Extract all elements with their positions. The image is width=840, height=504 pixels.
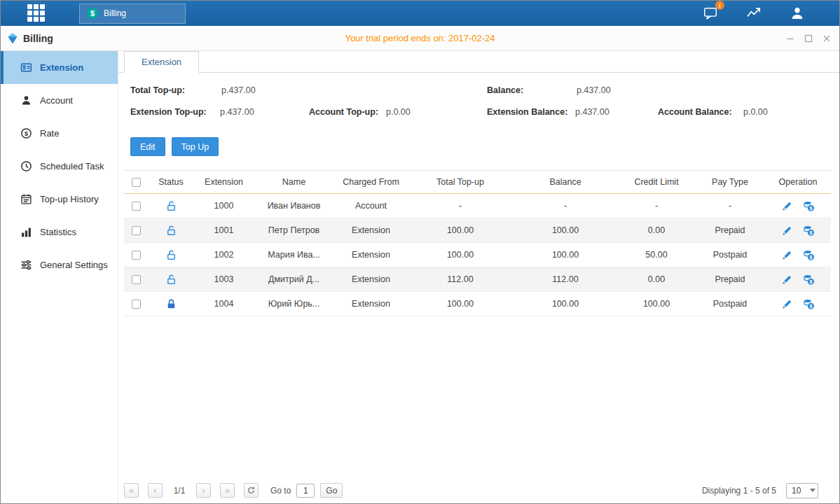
edit-icon[interactable]: [781, 249, 793, 261]
maximize-icon[interactable]: [803, 33, 814, 44]
cell-total-topup: 100.00: [408, 225, 513, 235]
minimize-icon[interactable]: [785, 33, 796, 44]
topup-icon[interactable]: $: [803, 298, 815, 310]
tab-extension[interactable]: Extension: [124, 51, 199, 73]
billing-app-tab-label: Billing: [104, 8, 126, 18]
monitor-chart-icon[interactable]: [744, 4, 764, 22]
sidebar-item-extension[interactable]: Extension: [1, 51, 118, 84]
apps-grid-icon[interactable]: [27, 4, 47, 22]
cell-charged-from: Account: [334, 201, 408, 211]
total-topup-value: p.437.00: [221, 85, 256, 95]
sidebar-item-rate[interactable]: $ Rate: [1, 117, 118, 150]
cell-name: Дмитрий Д...: [254, 274, 334, 284]
cell-total-topup: 112.00: [408, 274, 513, 284]
row-checkbox[interactable]: [132, 226, 141, 235]
topup-icon[interactable]: $: [803, 274, 815, 286]
cell-balance: 100.00: [513, 225, 618, 235]
refresh-button[interactable]: [244, 483, 259, 498]
cell-extension: 1000: [194, 201, 254, 211]
billing-app-window: $ Billing !: [0, 0, 840, 504]
locked-icon[interactable]: [165, 298, 177, 310]
topup-icon[interactable]: $: [803, 200, 815, 212]
cell-extension: 1001: [194, 225, 254, 235]
billing-app-tab[interactable]: $ Billing: [79, 4, 186, 24]
unlocked-icon[interactable]: [165, 200, 177, 212]
svg-text:$: $: [25, 130, 28, 137]
cell-extension: 1003: [194, 274, 254, 284]
rate-icon: $: [20, 127, 32, 139]
extension-icon: [20, 62, 32, 74]
topup-icon[interactable]: $: [803, 249, 815, 261]
cell-charged-from: Extension: [334, 250, 408, 260]
header-operation: Operation: [765, 177, 831, 187]
goto-label: Go to: [270, 486, 291, 496]
account-balance-value: p.0.00: [743, 107, 768, 117]
cell-extension: 1002: [194, 250, 254, 260]
sidebar-item-statistics[interactable]: Statistics: [1, 216, 118, 248]
page-indicator: 1/1: [172, 486, 187, 496]
edit-icon[interactable]: [781, 298, 793, 310]
sidebar-item-account[interactable]: Account: [1, 84, 118, 117]
table-row: 1001 Петр Петров Extension 100.00 100.00…: [124, 218, 831, 243]
cell-balance: 100.00: [513, 250, 618, 260]
row-checkbox[interactable]: [132, 251, 141, 260]
cell-credit-limit: -: [618, 201, 695, 211]
cell-extension: 1004: [194, 299, 254, 309]
cell-pay-type: Prepaid: [695, 274, 765, 284]
page-size-value: 10: [787, 486, 807, 496]
sidebar-item-label: Extension: [40, 62, 83, 73]
row-checkbox[interactable]: [132, 275, 141, 284]
edit-icon[interactable]: [781, 225, 793, 237]
user-icon[interactable]: [787, 4, 807, 22]
next-page-button[interactable]: ›: [196, 483, 211, 498]
dollar-icon: $: [87, 8, 98, 19]
sidebar-item-topup-history[interactable]: Top-up History: [1, 183, 118, 216]
cell-name: Мария Ива...: [254, 250, 334, 260]
header-balance: Balance: [513, 177, 618, 187]
topbar-actions: !: [701, 1, 839, 26]
extension-topup-value: p.437.00: [220, 107, 254, 117]
cell-credit-limit: 50.00: [618, 250, 695, 260]
cell-balance: 112.00: [513, 274, 618, 284]
cell-balance: 100.00: [513, 299, 618, 309]
close-icon[interactable]: [821, 33, 832, 44]
header-status: Status: [148, 177, 194, 187]
sidebar-item-scheduled-task[interactable]: Scheduled Task: [1, 150, 118, 183]
balance-value: p.437.00: [577, 85, 611, 95]
account-icon: [20, 94, 32, 106]
cell-credit-limit: 0.00: [618, 225, 695, 235]
last-page-button[interactable]: »: [220, 483, 235, 498]
header-credit-limit: Credit Limit: [618, 177, 695, 187]
row-checkbox[interactable]: [132, 300, 141, 309]
edit-icon[interactable]: [781, 274, 793, 286]
first-page-button[interactable]: «: [124, 483, 139, 498]
unlocked-icon[interactable]: [165, 249, 177, 261]
sidebar-item-label: Account: [40, 95, 73, 106]
prev-page-button[interactable]: ‹: [148, 483, 163, 498]
sidebar: Extension Account $ Rate Scheduled Task …: [1, 51, 118, 503]
sidebar-item-general-settings[interactable]: General Settings: [1, 248, 118, 281]
page-size-select[interactable]: 10: [786, 483, 818, 498]
select-all-checkbox[interactable]: [132, 178, 141, 187]
main-content: Extension Total Top-up: p.437.00 Balance…: [118, 51, 839, 503]
extension-topup-label: Extension Top-up:: [130, 107, 207, 117]
goto-page-input[interactable]: [296, 484, 315, 498]
row-checkbox[interactable]: [132, 202, 141, 211]
sidebar-item-label: Rate: [40, 128, 59, 139]
cell-pay-type: Prepaid: [695, 225, 765, 235]
tabstrip: Extension: [118, 51, 839, 73]
topup-button[interactable]: Top Up: [172, 137, 219, 156]
cell-pay-type: Postpaid: [695, 299, 765, 309]
messages-icon[interactable]: !: [701, 4, 720, 22]
account-topup-value: p.0.00: [386, 107, 411, 117]
edit-icon[interactable]: [781, 200, 793, 212]
table-row: 1002 Мария Ива... Extension 100.00 100.0…: [124, 243, 831, 267]
unlocked-icon[interactable]: [165, 274, 177, 286]
topup-icon[interactable]: $: [803, 225, 815, 237]
cell-balance: -: [513, 201, 618, 211]
sidebar-item-label: Top-up History: [40, 194, 99, 204]
go-button[interactable]: Go: [320, 483, 343, 498]
table-row: 1000 Иван Иванов Account - - - - $: [124, 194, 831, 218]
edit-button[interactable]: Edit: [130, 137, 165, 156]
unlocked-icon[interactable]: [165, 225, 177, 237]
